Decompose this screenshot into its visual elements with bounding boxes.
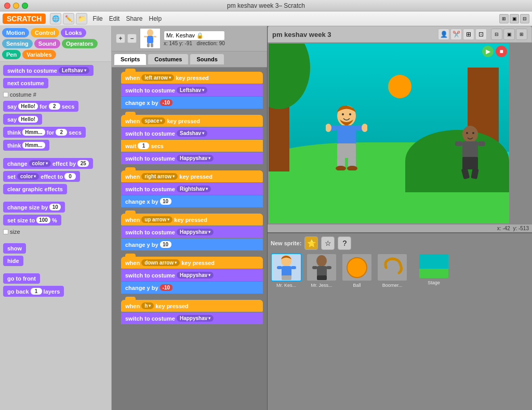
menu-edit[interactable]: Edit: [109, 15, 120, 22]
copy-icon[interactable]: ⊞: [463, 29, 474, 40]
block-switch-costume[interactable]: switch to costume Leftshav ▾: [3, 65, 94, 76]
sprite-x: x: 145: [164, 41, 178, 46]
scissors-icon[interactable]: ✂️: [450, 29, 462, 40]
svg-rect-29: [282, 266, 291, 276]
stage-label: Stage: [428, 280, 440, 285]
new-sprite-star-btn[interactable]: ⭐: [304, 236, 318, 250]
block-go-back[interactable]: go back 1 layers: [3, 286, 64, 297]
hat-down-arrow[interactable]: when down arrow ▾ key pressed: [121, 257, 263, 269]
menu-share[interactable]: Share: [126, 15, 142, 22]
cat-sound-btn[interactable]: Sound: [34, 39, 60, 48]
stop-btn[interactable]: ■: [496, 46, 507, 57]
block-switch-leftshav[interactable]: switch to costume Leftshav ▾: [121, 84, 263, 96]
stage-large-btn[interactable]: ⊞: [516, 29, 527, 40]
menu-help[interactable]: Help: [149, 15, 162, 22]
stage-header: pm keshav week 3 👤 ✂️ ⊞ ⊡ ⊟ ▣ ⊞: [268, 26, 532, 43]
sprite-mr-jess-stage[interactable]: [452, 124, 488, 182]
block-next-costume[interactable]: next costume: [3, 78, 48, 88]
edit-icon[interactable]: ✏️: [63, 13, 74, 24]
zoom-out-btn[interactable]: −: [127, 34, 137, 43]
block-switch-sadshav[interactable]: switch to costume Sadshav ▾: [121, 127, 263, 139]
sprite-item-mr-jess[interactable]: Mr. Jess...: [306, 253, 337, 288]
script-group-down-arrow: when down arrow ▾ key pressed switch to …: [121, 257, 263, 294]
block-show[interactable]: show: [3, 243, 26, 254]
block-switch-happyshav4[interactable]: switch to costume Happyshav ▾: [121, 312, 263, 324]
stage-small-btn[interactable]: ⊟: [491, 29, 502, 40]
cat-sensing-btn[interactable]: Sensing: [2, 39, 33, 48]
cat-control-btn[interactable]: Control: [31, 28, 59, 37]
tab-costumes[interactable]: Costumes: [148, 54, 189, 65]
spacer4: [3, 268, 108, 271]
spacer2: [3, 196, 108, 200]
block-hide[interactable]: hide: [3, 256, 23, 266]
block-change-size[interactable]: change size by 10: [3, 202, 65, 213]
block-switch-happyshav1[interactable]: switch to costume Happyshav ▾: [121, 152, 263, 164]
block-switch-happyshav2[interactable]: switch to costume Happyshav ▾: [121, 226, 263, 238]
block-switch-rightshav[interactable]: switch to costume Rightshav ▾: [121, 183, 263, 195]
cat-looks-btn[interactable]: Looks: [61, 28, 86, 37]
zoom-icon[interactable]: ⊡: [475, 29, 487, 40]
cat-pen-btn[interactable]: Pen: [2, 50, 21, 59]
hat-right-arrow[interactable]: when right arrow ▾ key pressed: [121, 170, 263, 182]
block-change-x-neg10[interactable]: change x by -10: [121, 97, 263, 109]
sprite-y: y: -91: [179, 41, 192, 46]
close-button[interactable]: [4, 3, 10, 9]
menu-file[interactable]: File: [92, 15, 102, 22]
costume-num-checkbox[interactable]: [3, 92, 8, 97]
cat-operators-btn[interactable]: Operators: [62, 39, 98, 48]
sprite-item-ball[interactable]: Ball: [341, 253, 373, 288]
new-sprite-empty-star-btn[interactable]: ☆: [321, 236, 335, 250]
green-flag-btn[interactable]: ▶: [482, 46, 494, 57]
user-icon[interactable]: 👤: [438, 29, 449, 40]
hat-h-key[interactable]: when h ▾ key pressed: [121, 300, 263, 312]
block-say[interactable]: say Hello!: [3, 114, 42, 125]
block-set-size[interactable]: set size to 100 %: [3, 215, 61, 226]
block-change-x-10[interactable]: change x by 10: [121, 195, 263, 207]
cat-variables-btn[interactable]: Variables: [22, 50, 56, 59]
tab-scripts[interactable]: Scripts: [114, 54, 147, 65]
block-change-effect[interactable]: change color ▾ effect by 25: [3, 158, 93, 169]
hat-up-arrow[interactable]: when up arrow ▾ key pressed: [121, 214, 263, 226]
svg-point-8: [349, 113, 351, 115]
hat-space[interactable]: when space ▾ key pressed: [121, 115, 263, 127]
stage-thumb-visual: [419, 254, 448, 278]
svg-point-21: [472, 132, 474, 134]
shrink-view-btn[interactable]: ⊞: [499, 14, 509, 23]
sprite-mr-keshav-stage[interactable]: [326, 103, 367, 171]
minimize-button[interactable]: [13, 3, 19, 9]
hat-left-arrow[interactable]: when left arrow ▾ key pressed: [121, 72, 263, 84]
cat-motion-btn[interactable]: Motion: [2, 28, 29, 37]
costume-num-label: costume #: [10, 91, 36, 98]
block-think[interactable]: think Hmm...: [3, 140, 49, 151]
normal-view-btn[interactable]: ▣: [510, 14, 519, 23]
stage-thumbnail-item[interactable]: Stage: [418, 253, 449, 288]
sprite-item-boomer[interactable]: Boomer...: [377, 253, 408, 288]
sprite-item-mr-keshav[interactable]: Mr. Kes...: [271, 253, 302, 288]
svg-rect-2: [144, 36, 148, 37]
block-say-for[interactable]: say Hello! for 2 secs: [3, 101, 78, 112]
new-sprite-random-btn[interactable]: ?: [338, 236, 351, 250]
block-size-row: size: [3, 228, 108, 236]
stage-controls: 👤 ✂️ ⊞ ⊡ ⊟ ▣ ⊞: [438, 29, 527, 40]
block-switch-happyshav3[interactable]: switch to costume Happyshav ▾: [121, 269, 263, 281]
block-set-effect[interactable]: set color ▾ effect to 0: [3, 171, 80, 182]
block-think-for[interactable]: think Hmm... for 2 secs: [3, 127, 86, 138]
full-view-btn[interactable]: ⊟: [520, 14, 529, 23]
block-wait-1[interactable]: wait 1 secs: [121, 140, 263, 152]
globe-icon[interactable]: 🌐: [50, 13, 61, 24]
zoom-in-btn[interactable]: +: [116, 34, 125, 43]
block-clear-effects[interactable]: clear graphic effects: [3, 184, 67, 194]
stage-normal-btn[interactable]: ▣: [503, 29, 515, 40]
svg-rect-23: [455, 141, 462, 146]
maximize-button[interactable]: [22, 3, 28, 9]
size-checkbox[interactable]: [3, 229, 8, 234]
block-change-y-neg10[interactable]: change y by -10: [121, 282, 263, 294]
block-change-y-10[interactable]: change y by 10: [121, 239, 263, 250]
folder-icon[interactable]: 📁: [76, 13, 87, 24]
window-controls[interactable]: [4, 3, 28, 9]
script-tabs-row: Scripts Costumes Sounds: [112, 51, 267, 68]
stage-canvas: ▶ ■: [268, 43, 510, 224]
block-go-front[interactable]: go to front: [3, 273, 40, 284]
stage-thumbnail-box: [418, 253, 449, 279]
tab-sounds[interactable]: Sounds: [190, 54, 224, 65]
